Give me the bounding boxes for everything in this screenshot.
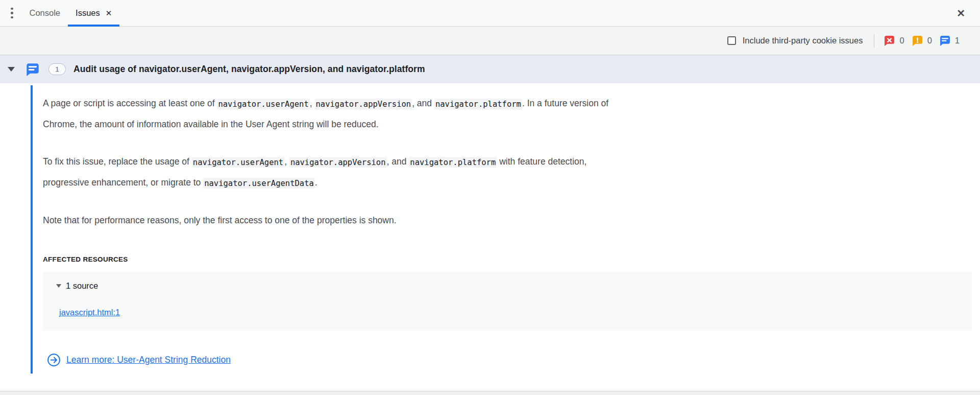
paragraph-text: Note that for performance reasons, only … [43,215,397,225]
issues-toolbar: Include third-party cookie issues 0 0 [0,27,980,55]
affected-resources-box: 1 source javascript.html:1 [43,272,972,331]
issue-title: Audit usage of navigator.userAgent, navi… [74,64,425,75]
issue-accent-bar [31,85,33,374]
devtools-issues-panel: Console Issues ✕ ✕ Include third-party c… [0,0,980,395]
kebab-dot [11,16,13,19]
warning-count: 0 [927,36,932,45]
kebab-dot [11,12,13,14]
paragraph-text: , and [412,98,434,108]
paragraph-text: To fix this issue, replace the usage of [43,156,192,167]
inline-code: navigator.appVersion [315,99,412,109]
paragraph-line: progressive enhancement, or migrate to n… [43,172,980,193]
paragraph-text: , [284,156,289,167]
next-section-edge [0,391,980,395]
error-counter[interactable]: 0 [884,35,904,46]
issue-counter[interactable]: 1 [940,35,960,46]
paragraph-line: A page or script is accessing at least o… [43,93,980,114]
paragraph-text: A page or script is accessing at least o… [43,98,217,108]
more-tools-menu-button[interactable] [11,8,13,19]
drawer-close-icon[interactable]: ✕ [957,7,965,19]
paragraph-text: . [315,177,317,188]
paragraph: Note that for performance reasons, only … [43,210,980,230]
kebab-dot [11,8,13,10]
tab-close-icon[interactable]: ✕ [106,9,112,18]
issue-count-badge: 1 [48,63,66,75]
paragraph: A page or script is accessing at least o… [43,93,980,134]
warning-counter[interactable]: 0 [912,35,932,46]
issue-description: A page or script is accessing at least o… [43,83,980,230]
paragraph-text: Chrome, the amount of information availa… [43,119,379,129]
inline-code: navigator.userAgentData [203,178,315,189]
tab-console[interactable]: Console [22,0,68,26]
paragraph-line: To fix this issue, replace the usage of … [43,151,980,172]
inline-code: navigator.platform [434,99,522,109]
error-bubble-icon [884,35,895,46]
source-link[interactable]: javascript.html:1 [59,308,120,317]
inline-code: navigator.platform [409,157,497,168]
issue-count: 1 [955,36,960,45]
include-third-party-cookie-label[interactable]: Include third-party cookie issues [743,36,863,45]
collapse-triangle-icon[interactable] [8,67,15,72]
tab-issues-label: Issues [76,8,100,18]
paragraph-text: progressive enhancement, or migrate to [43,177,203,188]
sources-count-label: 1 source [66,281,98,291]
issue-body: A page or script is accessing at least o… [0,83,980,367]
inline-code: navigator.appVersion [289,157,387,168]
open-link-arrow-icon[interactable] [47,353,61,367]
issue-bubble-icon [940,35,950,46]
error-count: 0 [899,36,904,45]
toolbar-divider [874,34,874,48]
warning-bubble-icon [912,35,923,46]
learn-more-link[interactable]: Learn more: User-Agent String Reduction [66,355,231,365]
paragraph-line: Note that for performance reasons, only … [43,210,980,230]
issue-message-icon [26,63,40,76]
paragraph-text: . In a future version of [522,98,608,108]
include-third-party-cookie-checkbox[interactable] [727,36,736,45]
inline-code: navigator.userAgent [192,157,284,168]
source-row: javascript.html:1 [56,305,972,320]
paragraph-text: , and [387,156,409,167]
issue-header[interactable]: 1 Audit usage of navigator.userAgent, na… [0,55,980,83]
affected-resources-heading: AFFECTED RESOURCES [43,255,980,264]
sources-toggle[interactable]: 1 source [56,278,972,293]
drawer-tabbar: Console Issues ✕ ✕ [0,0,980,27]
tab-console-label: Console [30,8,61,18]
learn-more-row: Learn more: User-Agent String Reduction [47,352,980,367]
console-counters: 0 0 1 [884,35,960,46]
inline-code: navigator.userAgent [217,99,309,109]
sources-triangle-icon [56,284,61,288]
paragraph-text: with feature detection, [497,156,586,167]
paragraph-line: Chrome, the amount of information availa… [43,114,980,134]
paragraph-text: , [310,98,315,108]
paragraph: To fix this issue, replace the usage of … [43,151,980,193]
tab-issues[interactable]: Issues ✕ [68,0,119,26]
